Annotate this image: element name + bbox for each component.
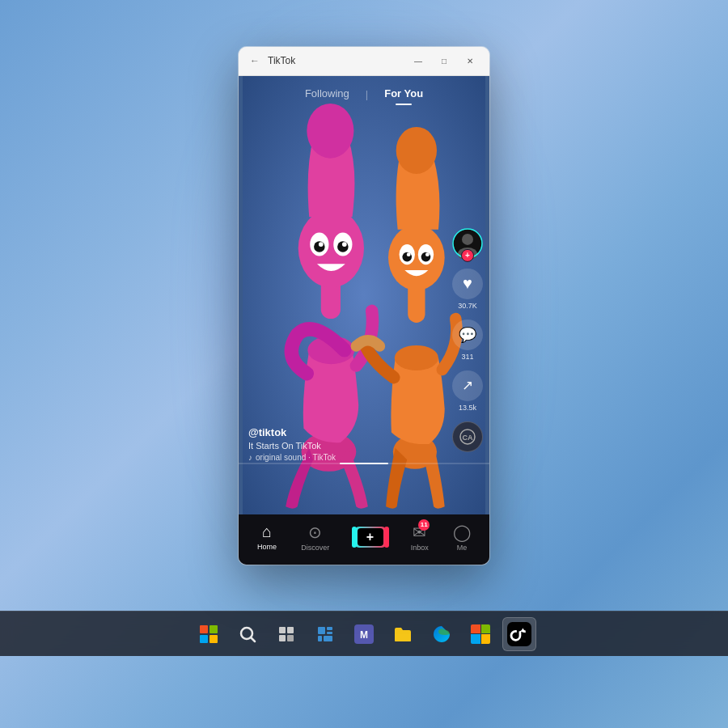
- svg-point-25: [462, 233, 473, 244]
- discover-label: Discover: [301, 544, 329, 552]
- svg-point-21: [407, 252, 411, 256]
- teams-button[interactable]: M: [347, 617, 381, 651]
- comment-icon[interactable]: 💬: [452, 319, 483, 349]
- minimize-button[interactable]: —: [407, 53, 430, 69]
- svg-point-16: [388, 224, 445, 290]
- video-progress-bar[interactable]: [239, 463, 489, 464]
- nav-me[interactable]: ◯ Me: [453, 523, 471, 552]
- effect-icon[interactable]: CA: [452, 421, 483, 451]
- follow-plus-badge: +: [461, 248, 474, 261]
- svg-point-11: [342, 242, 347, 247]
- share-action[interactable]: ↗ 13.5k: [452, 370, 483, 411]
- svg-rect-35: [287, 635, 294, 641]
- widgets-icon: [316, 625, 334, 643]
- add-button-inner: +: [358, 528, 383, 546]
- effect-svg: CA: [459, 427, 476, 445]
- start-button[interactable]: [192, 617, 226, 651]
- nav-for-you[interactable]: For You: [384, 87, 423, 102]
- like-count: 30.7K: [458, 301, 477, 309]
- window-controls: — □ ✕: [407, 53, 481, 69]
- svg-rect-33: [287, 627, 294, 633]
- tiktok-taskbar-button[interactable]: [502, 617, 536, 651]
- progress-fill: [340, 463, 388, 464]
- tiktok-content: Following | For You: [239, 76, 489, 565]
- discover-icon: ⊙: [308, 523, 322, 542]
- nav-discover[interactable]: ⊙ Discover: [301, 523, 329, 552]
- svg-rect-39: [318, 636, 322, 641]
- right-actions: + ♥ 30.7K 💬 311 ↗: [452, 227, 483, 451]
- file-explorer-button[interactable]: [386, 617, 420, 651]
- inbox-label: Inbox: [411, 544, 429, 552]
- svg-point-22: [425, 252, 430, 256]
- me-label: Me: [457, 544, 468, 552]
- app-window: ← TikTok — □ ✕: [239, 47, 489, 565]
- add-button[interactable]: +: [354, 527, 387, 548]
- svg-point-5: [298, 209, 364, 287]
- inbox-badge: 11: [418, 519, 430, 531]
- bottom-navigation: ⌂ Home ⊙ Discover + ✉ 11 I: [239, 514, 489, 565]
- video-area: Following | For You: [239, 76, 489, 514]
- home-icon: ⌂: [262, 523, 272, 541]
- profile-avatar[interactable]: +: [452, 227, 483, 258]
- ms-store-icon: [471, 624, 490, 644]
- svg-text:M: M: [360, 629, 368, 641]
- video-sound: ♪ original sound · TikTok: [248, 453, 445, 462]
- svg-text:CA: CA: [463, 433, 473, 441]
- search-button[interactable]: [231, 617, 265, 651]
- svg-rect-32: [279, 627, 286, 633]
- widgets-button[interactable]: [308, 617, 342, 651]
- like-icon[interactable]: ♥: [452, 268, 483, 298]
- teams-icon: M: [354, 624, 374, 644]
- tiktok-taskbar-icon: [507, 622, 531, 646]
- comment-action[interactable]: 💬 311: [452, 319, 483, 360]
- svg-rect-40: [324, 636, 332, 641]
- title-bar: ← TikTok — □ ✕: [239, 47, 489, 76]
- nav-home[interactable]: ⌂ Home: [257, 523, 277, 551]
- share-count: 13.5k: [459, 403, 476, 411]
- nav-add[interactable]: +: [354, 527, 387, 548]
- nav-separator: |: [366, 87, 368, 102]
- svg-point-12: [307, 103, 353, 158]
- search-icon: [238, 624, 257, 644]
- svg-point-23: [396, 126, 437, 173]
- nav-following[interactable]: Following: [305, 87, 349, 102]
- sound-text: original sound · TikTok: [256, 453, 336, 462]
- me-icon: ◯: [453, 523, 471, 542]
- nav-inbox[interactable]: ✉ 11 Inbox: [411, 523, 429, 552]
- back-button[interactable]: ←: [247, 53, 263, 69]
- taskbar: M: [0, 611, 728, 656]
- svg-rect-38: [327, 632, 332, 634]
- like-action[interactable]: ♥ 30.7K: [452, 268, 483, 309]
- desktop: ← TikTok — □ ✕: [0, 0, 728, 611]
- svg-point-14: [395, 345, 438, 370]
- maximize-button[interactable]: □: [433, 53, 455, 69]
- edge-icon: [432, 624, 451, 644]
- comment-count: 311: [461, 352, 473, 360]
- inbox-icon: ✉ 11: [413, 523, 426, 542]
- music-note-icon: ♪: [248, 453, 252, 462]
- bottom-info: @tiktok It Starts On TikTok ♪ original s…: [248, 426, 445, 462]
- video-caption: It Starts On TikTok: [248, 441, 445, 451]
- svg-rect-37: [327, 627, 332, 630]
- home-label: Home: [257, 543, 277, 551]
- video-username: @tiktok: [248, 426, 445, 438]
- effect-action[interactable]: CA: [452, 421, 483, 451]
- svg-point-10: [319, 242, 324, 247]
- edge-button[interactable]: [425, 617, 459, 651]
- windows-logo-icon: [200, 625, 218, 643]
- svg-rect-34: [279, 635, 286, 641]
- file-explorer-icon: [393, 624, 413, 644]
- share-icon[interactable]: ↗: [452, 370, 483, 400]
- task-view-button[interactable]: [269, 617, 303, 651]
- close-button[interactable]: ✕: [459, 53, 481, 69]
- svg-line-31: [251, 637, 255, 641]
- top-nav: Following | For You: [239, 87, 489, 102]
- task-view-icon: [277, 625, 295, 643]
- profile-action[interactable]: +: [452, 227, 483, 258]
- window-title: TikTok: [268, 55, 407, 66]
- svg-rect-36: [318, 627, 325, 634]
- svg-rect-43: [395, 632, 411, 641]
- ms-store-button[interactable]: [463, 617, 497, 651]
